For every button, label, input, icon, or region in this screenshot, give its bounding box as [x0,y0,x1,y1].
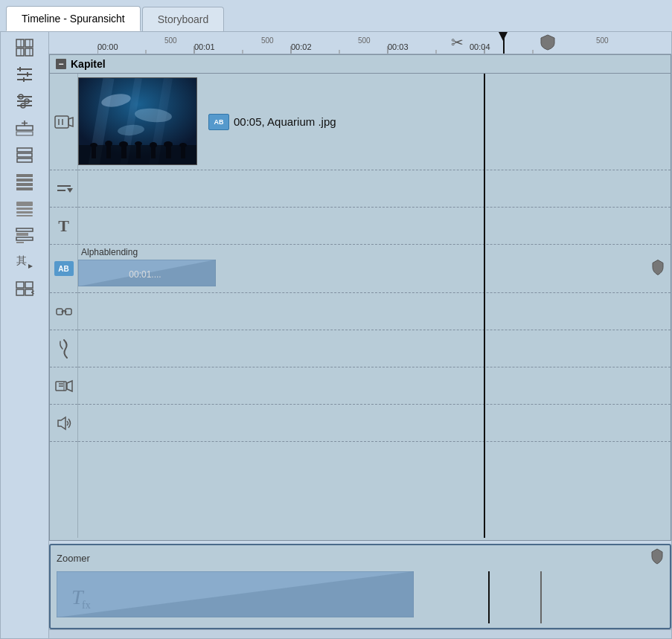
svg-rect-3 [25,48,33,56]
grid-icon[interactable] [10,35,39,60]
svg-rect-26 [17,158,32,162]
subtitle-track-icon [50,170,77,208]
zoomer-pin-icon [650,548,664,568]
svg-rect-20 [16,126,33,130]
svg-marker-67 [67,188,73,193]
playhead-triangle [499,32,508,41]
tab-timeline[interactable]: Timeline - Spuransicht [6,6,141,31]
svg-rect-2 [16,48,24,56]
svg-rect-35 [16,228,33,231]
svg-rect-34 [16,215,33,216]
audio-track-icon [50,405,77,442]
svg-point-70 [61,310,63,312]
svg-rect-95 [151,145,156,158]
left-toolbar: 其 [1,32,49,638]
svg-rect-0 [16,39,24,47]
alpha-track-icon: AB [50,245,77,293]
motion-track-icon [50,330,77,367]
svg-rect-29 [16,183,33,186]
text-track-row [78,208,671,245]
svg-rect-97 [166,145,171,158]
object-track-row [78,293,671,330]
svg-rect-99 [181,145,185,158]
video-clip[interactable] [78,77,197,165]
tab-bar: Timeline - Spuransicht Storyboard [0,0,672,31]
shield-icon [540,34,555,53]
scissors-icon[interactable]: ✂ [451,33,464,51]
svg-rect-37 [16,237,33,240]
alpha-clip[interactable]: 00:01.... [78,260,216,286]
svg-rect-30 [16,187,33,190]
svg-text:fx: fx [82,600,91,611]
ruler-area: 00:00 00:01 00:02 00:03 00:04 [49,32,671,54]
effect-track-row [78,367,671,405]
svg-text:500: 500 [164,36,177,45]
bottom-scrollbar[interactable] [49,629,671,638]
svg-rect-93 [136,145,141,158]
stacked-bars-icon[interactable] [10,222,39,248]
zoomer-divider [540,571,542,623]
zoomer-playhead [488,571,490,623]
camera-grid-icon[interactable] [10,276,39,301]
audio-track-row [78,405,671,442]
svg-rect-36 [16,233,28,236]
svg-rect-33 [16,211,33,213]
svg-rect-41 [16,282,24,288]
svg-rect-61 [55,116,68,128]
text-track-icon: T [50,208,77,245]
main-area: 其 00:0 [0,31,672,639]
svg-rect-38 [16,242,24,243]
zoomer-clip[interactable]: T fx [57,571,414,617]
timeline-area: 00:00 00:01 00:02 00:03 00:04 [49,32,671,638]
object-track-icon [50,293,77,330]
svg-text:其: 其 [16,254,27,266]
svg-point-71 [64,310,66,312]
ab-icon: AB [208,114,229,130]
file-label: AB 00:05, Aquarium .jpg [208,114,336,130]
tab-storyboard[interactable]: Storyboard [142,7,224,31]
track-content-area: AB 00:05, Aquarium .jpg [78,74,671,538]
svg-text:500: 500 [596,36,609,45]
chapter-collapse-button[interactable]: − [56,59,66,69]
filter-icon[interactable] [10,62,39,87]
zoomer-label: Zoomer [57,553,90,564]
zoomer-track: T fx 00:03 [57,571,664,627]
svg-rect-32 [16,208,33,210]
svg-rect-42 [25,282,33,288]
app-container: Timeline - Spuransicht Storyboard [0,0,672,639]
pin-icon [651,260,665,278]
svg-marker-62 [68,118,73,126]
add-track-icon[interactable] [10,115,39,141]
ruler-spacer [49,32,97,54]
zoomer-section: Zoomer T fx [49,544,671,629]
track-icons-column: T AB [50,74,78,538]
motion-track-row [78,330,671,367]
timeline-rows-icon[interactable] [10,169,39,194]
zoomer-time-label: 00:03 [468,627,493,629]
svg-rect-43 [16,289,24,295]
zoomer-header: Zoomer [51,545,670,571]
aquarium-background [79,78,196,164]
alpha-label: Alphablending [81,247,138,257]
svg-rect-87 [92,145,96,158]
layers-icon[interactable] [10,142,39,167]
video-track-icon [50,74,77,170]
svg-text:500: 500 [358,36,371,45]
svg-rect-1 [25,39,33,47]
svg-rect-24 [17,148,32,152]
svg-rect-91 [121,145,127,158]
svg-marker-77 [58,417,65,429]
svg-rect-89 [106,145,111,158]
svg-rect-23 [16,132,33,135]
svg-rect-28 [16,179,33,182]
svg-marker-75 [67,381,72,391]
ruler: 00:00 00:01 00:02 00:03 00:04 [97,32,671,54]
chapters-icon[interactable]: 其 [10,249,39,274]
bar-group-icon[interactable] [10,196,39,221]
chapter-header: − Kapitel [50,55,671,74]
chapter-label: Kapitel [71,58,106,70]
svg-rect-25 [17,153,32,157]
svg-rect-27 [16,174,33,177]
svg-text:500: 500 [261,36,274,45]
filter2-icon[interactable] [10,89,39,114]
